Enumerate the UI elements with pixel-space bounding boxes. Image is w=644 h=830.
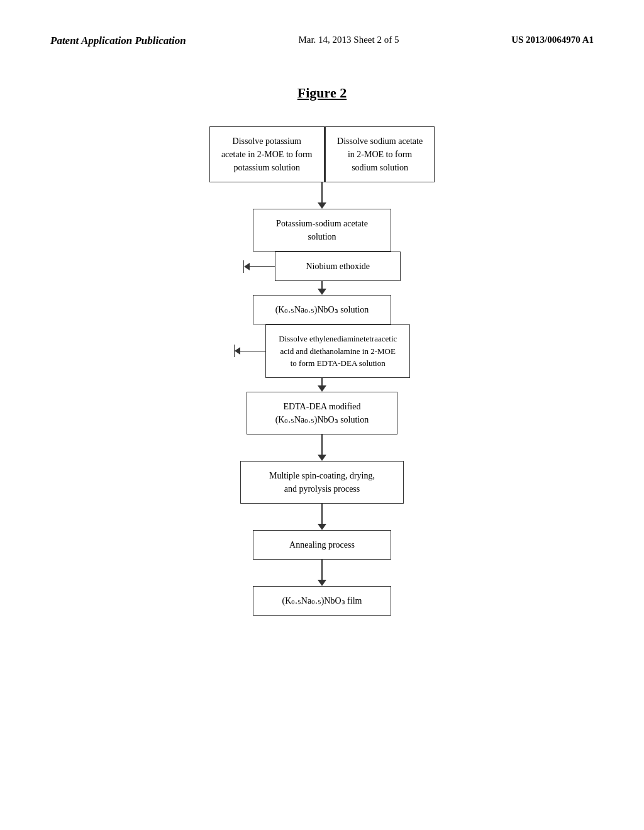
niobium-connector: Niobium ethoxide: [244, 252, 401, 281]
connector-line-edta: [240, 351, 265, 352]
patent-number-label: US 2013/0064970 A1: [511, 35, 594, 45]
box-edta-modified: EDTA-DEA modified (K₀.₅Na₀.₅)NbO₃ soluti…: [247, 392, 397, 434]
arrow-head-edta: [318, 385, 326, 392]
box-niobium: Niobium ethoxide: [275, 252, 401, 281]
arrow-line-nb-bottom: [321, 281, 323, 289]
figure-title: Figure 2: [0, 85, 644, 101]
date-sheet-label: Mar. 14, 2013 Sheet 2 of 5: [298, 35, 399, 45]
top-row: Dissolve potassium acetate in 2-MOE to f…: [209, 126, 435, 182]
arrow-head5: [318, 580, 326, 586]
arrow5: [318, 560, 326, 586]
arrow-line3: [321, 434, 323, 455]
box-kna-acetate: Potassium-sodium acetate solution: [253, 209, 391, 252]
arrow-line5: [321, 560, 323, 580]
page: Patent Application Publication Mar. 14, …: [0, 0, 644, 830]
edta-row: Dissolve ethylenediaminetetraacetic acid…: [38, 324, 606, 378]
box-kna-solution: (K₀.₅Na₀.₅)NbO₃ solution: [253, 295, 391, 324]
arrow1: [318, 182, 326, 209]
edta-connector: Dissolve ethylenediaminetetraacetic acid…: [235, 324, 410, 378]
arrow-left-head-nb: [244, 263, 250, 270]
box-annealing: Annealing process: [253, 530, 391, 560]
box-potassium: Dissolve potassium acetate in 2-MOE to f…: [209, 126, 325, 182]
publication-label: Patent Application Publication: [50, 35, 186, 47]
arrow-head: [318, 202, 326, 209]
connector-line-nb: [250, 266, 275, 267]
arrow-line: [321, 182, 323, 202]
box-film: (K₀.₅Na₀.₅)NbO₃ film: [253, 586, 391, 616]
arrow-head3: [318, 455, 326, 461]
edta-section: Dissolve ethylenediaminetetraacetic acid…: [38, 324, 606, 392]
box-sodium: Dissolve sodium acetate in 2-MOE to form…: [325, 126, 435, 182]
arrow3: [318, 434, 326, 461]
arrow-line4: [321, 504, 323, 524]
arrow-head-nb: [318, 289, 326, 295]
arrow-left-head-edta: [235, 347, 240, 355]
arrow4: [318, 504, 326, 530]
arrow-head4: [318, 524, 326, 530]
box-edta: Dissolve ethylenediaminetetraacetic acid…: [265, 324, 410, 378]
header: Patent Application Publication Mar. 14, …: [0, 0, 644, 60]
arrow-line-edta-bottom: [321, 378, 323, 385]
niobium-section: Niobium ethoxide: [38, 252, 606, 295]
box-spin-coating: Multiple spin-coating, drying, and pyrol…: [240, 461, 404, 504]
niobium-row: Niobium ethoxide: [38, 252, 606, 281]
flowchart: Dissolve potassium acetate in 2-MOE to f…: [0, 126, 644, 616]
